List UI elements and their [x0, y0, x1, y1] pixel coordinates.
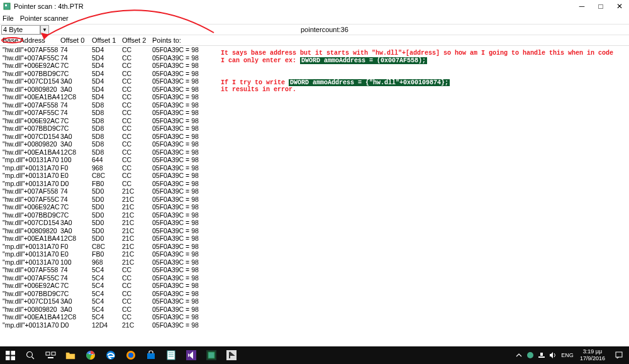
- cell-base: "hw.dll"+007AF558: [0, 46, 58, 53]
- table-row[interactable]: "hw.dll"+008098203A05D4CC05F0A39C = 98: [0, 85, 629, 94]
- language-indicator[interactable]: ENG: [559, 346, 576, 364]
- start-button[interactable]: [0, 346, 20, 364]
- edge-icon[interactable]: [101, 346, 121, 364]
- table-body[interactable]: "hw.dll"+007AF558745D4CC05F0A39C = 98"hw…: [0, 46, 629, 329]
- table-row[interactable]: "hw.dll"+008098203A05D8CC05F0A39C = 98: [0, 140, 629, 148]
- volume-icon[interactable]: [547, 346, 559, 364]
- table-row[interactable]: "hw.dll"+006E92AC7C5D021C05F0A39C = 98: [0, 203, 629, 211]
- cell-base: "mp.dll"+00131A70: [0, 180, 58, 187]
- cell-points-to: 05F0A39C = 98: [150, 266, 213, 273]
- cell-points-to: 05F0A39C = 98: [150, 101, 213, 109]
- col-base-address[interactable]: Base Address: [0, 36, 58, 44]
- cell-offset2: 21C: [120, 227, 150, 234]
- cell-offset2: 21C: [120, 211, 150, 219]
- cell-offset2: CC: [120, 77, 150, 85]
- tray-app-icon[interactable]: [525, 346, 536, 364]
- clock[interactable]: 3:19 μμ 17/9/2016: [576, 348, 609, 362]
- chrome-icon[interactable]: [81, 346, 101, 364]
- table-row[interactable]: "hw.dll"+007BBD9C7C5D4CC05F0A39C = 98: [0, 70, 629, 78]
- annotation-line3: If I try to write DWORD ammoAddress = {"…: [221, 79, 450, 86]
- table-row[interactable]: "hw.dll"+007BBD9C7C5D021C05F0A39C = 98: [0, 211, 629, 219]
- tray-chevron-icon[interactable]: [513, 346, 525, 364]
- table-row[interactable]: "hw.dll"+00EA1BA412C85D4CC05F0A39C = 98: [0, 93, 629, 101]
- table-row[interactable]: "mp.dll"+00131A70E0FB021C05F0A39C = 98: [0, 250, 629, 258]
- table-row[interactable]: "hw.dll"+00EA1BA412C85C4CC05F0A39C = 98: [0, 313, 629, 321]
- table-row[interactable]: "hw.dll"+007AF558745C4CC05F0A39C = 98: [0, 266, 629, 274]
- minimize-button[interactable]: ─: [572, 0, 591, 13]
- table-row[interactable]: "mp.dll"+00131A70E0C8CCC05F0A39C = 98: [0, 172, 629, 180]
- cell-offset0: 12C8: [58, 148, 89, 156]
- col-offset2[interactable]: Offset 2: [120, 36, 150, 44]
- cell-offset1: 5C4: [89, 290, 120, 297]
- cell-offset1: 5D8: [89, 140, 120, 148]
- table-row[interactable]: "hw.dll"+008098203A05D021C05F0A39C = 98: [0, 227, 629, 235]
- task-view-icon[interactable]: [40, 346, 60, 364]
- cell-offset0: 3A0: [58, 85, 89, 93]
- svg-rect-1: [5, 4, 7, 6]
- menu-bar: File Pointer scanner: [0, 13, 629, 24]
- cell-offset0: 12C8: [58, 234, 89, 242]
- table-row[interactable]: "hw.dll"+007CD1543A05D8CC05F0A39C = 98: [0, 133, 629, 141]
- byte-select[interactable]: 4 Byte: [1, 25, 40, 35]
- notifications-icon[interactable]: [609, 346, 629, 364]
- cell-offset2: 21C: [120, 250, 150, 258]
- cell-offset1: 5D8: [89, 148, 120, 156]
- cell-offset2: CC: [120, 85, 150, 93]
- table-row[interactable]: "hw.dll"+007CD1543A05C4CC05F0A39C = 98: [0, 297, 629, 306]
- table-row[interactable]: "hw.dll"+007BBD9C7C5C4CC05F0A39C = 98: [0, 290, 629, 298]
- table-row[interactable]: "hw.dll"+00EA1BA412C85D8CC05F0A39C = 98: [0, 148, 629, 157]
- cell-offset0: 7C: [58, 124, 89, 132]
- cell-base: "hw.dll"+006E92AC: [0, 282, 58, 289]
- cell-offset0: 7C: [58, 62, 89, 69]
- visual-studio-icon[interactable]: [181, 346, 201, 364]
- col-offset1[interactable]: Offset 1: [89, 36, 120, 44]
- table-row[interactable]: "mp.dll"+00131A70F0968CC05F0A39C = 98: [0, 164, 629, 172]
- cell-offset1: 5D0: [89, 203, 120, 211]
- svg-rect-10: [48, 357, 53, 358]
- close-button[interactable]: ✕: [610, 0, 629, 13]
- col-offset0[interactable]: Offset 0: [58, 36, 89, 44]
- cell-base: "hw.dll"+007CD154: [0, 133, 58, 140]
- table-row[interactable]: "mp.dll"+00131A7010096821C05F0A39C = 98: [0, 258, 629, 267]
- taskbar: ENG 3:19 μμ 17/9/2016: [0, 346, 629, 364]
- file-explorer-icon[interactable]: [60, 346, 81, 364]
- cell-points-to: 05F0A39C = 98: [150, 250, 213, 258]
- table-row[interactable]: "mp.dll"+00131A70F0C8C21C05F0A39C = 98: [0, 243, 629, 251]
- table-row[interactable]: "mp.dll"+00131A70100644CC05F0A39C = 98: [0, 156, 629, 164]
- cheat-engine-icon[interactable]: [201, 346, 221, 364]
- firefox-icon[interactable]: [121, 346, 141, 364]
- cell-offset0: 3A0: [58, 140, 89, 148]
- table-row[interactable]: "hw.dll"+007AF55C745C4CC05F0A39C = 98: [0, 274, 629, 282]
- cell-points-to: 05F0A39C = 98: [150, 306, 213, 313]
- table-row[interactable]: "hw.dll"+007AF558745D8CC05F0A39C = 98: [0, 101, 629, 109]
- table-row[interactable]: "hw.dll"+006E92AC7C5C4CC05F0A39C = 98: [0, 282, 629, 290]
- cell-points-to: 05F0A39C = 98: [150, 290, 213, 297]
- maximize-button[interactable]: □: [591, 0, 610, 13]
- byte-dropdown-icon[interactable]: ▼: [40, 25, 49, 35]
- col-points-to[interactable]: Points to:: [150, 36, 213, 44]
- svg-rect-3: [11, 351, 15, 355]
- table-row[interactable]: "mp.dll"+00131A70D0FB0CC05F0A39C = 98: [0, 180, 629, 188]
- cell-points-to: 05F0A39C = 98: [150, 156, 213, 163]
- menu-file[interactable]: File: [3, 14, 14, 22]
- table-row[interactable]: "hw.dll"+007AF558745D021C05F0A39C = 98: [0, 187, 629, 196]
- store-icon[interactable]: [141, 346, 161, 364]
- table-row[interactable]: "hw.dll"+007BBD9C7C5D8CC05F0A39C = 98: [0, 124, 629, 133]
- cell-offset0: 7C: [58, 70, 89, 77]
- search-icon[interactable]: [20, 346, 40, 364]
- table-row[interactable]: "hw.dll"+006E92AC7C5D8CC05F0A39C = 98: [0, 117, 629, 125]
- table-row[interactable]: "hw.dll"+007AF55C745D8CC05F0A39C = 98: [0, 109, 629, 117]
- clock-date: 17/9/2016: [580, 355, 605, 362]
- cell-offset2: CC: [120, 180, 150, 187]
- table-row[interactable]: "hw.dll"+008098203A05C4CC05F0A39C = 98: [0, 306, 629, 314]
- table-row[interactable]: "hw.dll"+007AF55C745D021C05F0A39C = 98: [0, 196, 629, 204]
- cell-points-to: 05F0A39C = 98: [150, 172, 213, 179]
- table-row[interactable]: "mp.dll"+00131A70D012D421C05F0A39C = 98: [0, 321, 629, 329]
- cell-offset1: 5D0: [89, 227, 120, 234]
- table-row[interactable]: "hw.dll"+007CD1543A05D021C05F0A39C = 98: [0, 219, 629, 227]
- network-icon[interactable]: [536, 346, 547, 364]
- notepad-icon[interactable]: [161, 346, 181, 364]
- table-row[interactable]: "hw.dll"+00EA1BA412C85D021C05F0A39C = 98: [0, 234, 629, 243]
- menu-pointer-scanner[interactable]: Pointer scanner: [20, 14, 69, 22]
- game-icon[interactable]: [221, 346, 242, 364]
